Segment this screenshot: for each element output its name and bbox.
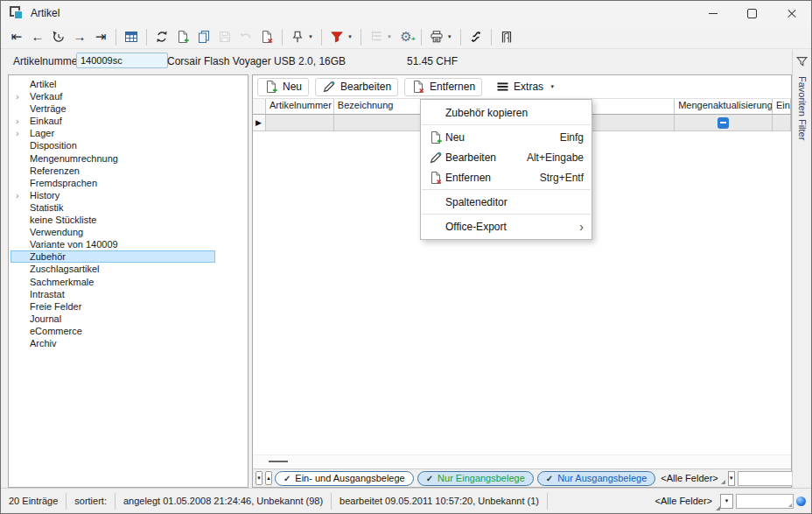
toolbar-pin-button[interactable]: ▼ xyxy=(288,28,316,46)
sidebar-item-verwendung[interactable]: Verwendung xyxy=(10,226,215,238)
menu-item-office-export[interactable]: Office-Export› xyxy=(421,216,592,236)
sidebar-item-artikel[interactable]: Artikel xyxy=(10,78,215,90)
menu-item-shortcut: Einfg xyxy=(560,131,584,144)
action-neu-button[interactable]: Neu xyxy=(257,78,309,96)
toolbar-first-record-button[interactable]: ⇤ xyxy=(7,28,26,46)
filter-ein-und-ausgangsbelege-button[interactable]: ✓Ein- und Ausgangsbelege xyxy=(275,471,414,486)
article-price: 51.45 CHF xyxy=(407,55,458,67)
scroll-down-button[interactable]: ▼ xyxy=(256,471,262,485)
sidebar-item-archiv[interactable]: Archiv xyxy=(10,337,215,349)
doc-new-icon xyxy=(264,80,278,94)
extras-context-menu: Zubehör kopierenNeuEinfgBearbeitenAlt+Ei… xyxy=(420,99,592,240)
toolbar-grid-view-button[interactable] xyxy=(122,28,141,46)
sidebar-item-einkauf[interactable]: ›Einkauf xyxy=(10,115,215,127)
table-cell-artikelnummer[interactable] xyxy=(266,115,334,130)
toolbar-tree-struct-button: ▼ xyxy=(367,28,395,46)
status-search-input[interactable] xyxy=(736,494,794,509)
status-field-selector[interactable]: <Alle Felder> xyxy=(655,496,712,506)
sidebar-item-zuschlagsartikel[interactable]: Zuschlagsartikel xyxy=(10,263,215,275)
column-header-artikelnummer[interactable]: Artikelnummer xyxy=(266,99,334,114)
action-bearbeiten-button[interactable]: Bearbeiten xyxy=(315,78,398,96)
menu-item-entfernen[interactable]: EntfernenStrg+Entf xyxy=(421,167,592,187)
sidebar-item-label: Zubehör xyxy=(30,251,66,262)
check-icon: ✓ xyxy=(284,474,290,483)
status-field-dropdown-button[interactable]: ▼ xyxy=(720,494,733,509)
menu-separator xyxy=(422,214,591,215)
sidebar-item-freie-felder[interactable]: Freie Felder xyxy=(10,300,215,313)
sidebar-item-statistik[interactable]: Statistik xyxy=(10,201,215,214)
dropdown-caret-icon: ▼ xyxy=(550,84,555,89)
tree-struct-icon xyxy=(369,30,383,44)
toolbar-prev-record-button[interactable]: ← xyxy=(28,28,47,46)
search-ball-icon[interactable] xyxy=(796,496,806,506)
chevron-right-icon[interactable]: › xyxy=(16,189,19,201)
scroll-up-button[interactable]: ▲ xyxy=(265,471,272,485)
filter-nur-eingangsbelege-button[interactable]: ✓Nur Eingangsbelege xyxy=(417,471,534,486)
table-cell-mengenaktualisierung[interactable] xyxy=(675,115,773,130)
filter-nur-ausgangsbelege-button[interactable]: ✓Nur Ausgangsbelege xyxy=(537,471,656,486)
filter-field-selector[interactable]: <Alle Felder> xyxy=(661,473,718,483)
pin-icon xyxy=(290,30,304,44)
toolbar-printer-button[interactable]: ▼ xyxy=(427,28,455,46)
action-extras-button[interactable]: Extras▼ xyxy=(488,78,562,96)
toolbar-next-record-button[interactable]: → xyxy=(70,28,89,46)
statusbar: 20 Einträgesortiert:angelegt 01.05.2008 … xyxy=(1,488,811,513)
toolbar-doc-new-button[interactable] xyxy=(173,28,192,46)
funnel-outline-icon[interactable] xyxy=(795,55,808,68)
table-cell-ein[interactable] xyxy=(773,115,791,130)
minimize-button[interactable] xyxy=(693,1,732,25)
filter-pill-group: ✓Ein- und Ausgangsbelege✓Nur Eingangsbel… xyxy=(275,471,655,486)
menu-item-bearbeiten[interactable]: BearbeitenAlt+Eingabe xyxy=(421,147,592,167)
minimize-icon xyxy=(709,13,718,14)
sidebar-item-keine-stückliste[interactable]: keine Stückliste xyxy=(10,214,215,226)
column-header-mengenaktualisierung[interactable]: Mengenaktualisierung xyxy=(675,99,773,114)
doc-new-icon xyxy=(176,30,190,44)
splitter[interactable] xyxy=(253,454,791,468)
toolbar-gear-button[interactable]: ⚙+ xyxy=(396,28,416,46)
sidebar-item-sachmerkmale[interactable]: Sachmerkmale xyxy=(10,276,215,288)
toolbar-doc-copy-button[interactable] xyxy=(194,28,214,46)
sidebar-item-variante-von-140009[interactable]: Variante von 140009 xyxy=(10,238,215,250)
sync-icon xyxy=(469,30,483,44)
row-selector-cell[interactable]: ▶ xyxy=(253,115,266,130)
current-row-marker-icon: ▶ xyxy=(256,118,262,127)
toolbar-undo-button xyxy=(236,28,256,46)
menu-item-spalteneditor[interactable]: Spalteneditor xyxy=(421,192,592,212)
sidebar-item-verkauf[interactable]: ›Verkauf xyxy=(10,90,215,102)
sidebar-item-intrastat[interactable]: Intrastat xyxy=(10,288,215,300)
toolbar-refresh-button[interactable] xyxy=(152,28,172,46)
filter-field-dropdown-button[interactable]: ▼ xyxy=(728,471,735,486)
statusbar-cell: 20 Einträge xyxy=(1,496,66,506)
column-header-ein[interactable]: Ein xyxy=(773,99,791,114)
toolbar-history-button[interactable] xyxy=(49,28,68,46)
menu-item-zubehör-kopieren[interactable]: Zubehör kopieren xyxy=(421,102,592,123)
row-selector-header[interactable] xyxy=(253,99,266,114)
sidebar-item-disposition[interactable]: Disposition xyxy=(10,139,215,151)
indeterminate-checkbox-icon[interactable] xyxy=(718,117,729,129)
toolbar-door-button[interactable] xyxy=(497,28,516,46)
sidebar-item-ecommerce[interactable]: eCommerce xyxy=(10,325,215,337)
splitter-handle-icon[interactable] xyxy=(269,461,288,462)
maximize-button[interactable] xyxy=(732,1,772,25)
chevron-right-icon[interactable]: › xyxy=(16,127,19,139)
sidebar-item-journal[interactable]: Journal xyxy=(10,313,215,325)
chevron-right-icon[interactable]: › xyxy=(16,115,19,127)
sidebar-item-history[interactable]: ›History xyxy=(10,189,215,201)
sidebar-item-lager[interactable]: ›Lager xyxy=(10,127,215,139)
action-entfernen-button[interactable]: Entfernen xyxy=(404,78,482,96)
toolbar-sync-button[interactable] xyxy=(466,28,486,46)
menu-item-neu[interactable]: NeuEinfg xyxy=(421,127,592,147)
sidebar-item-zubehör[interactable]: Zubehör xyxy=(10,250,215,263)
chevron-right-icon[interactable]: › xyxy=(16,90,19,102)
toolbar-last-record-button[interactable]: ⇥ xyxy=(91,28,110,46)
sidebar-item-referenzen[interactable]: Referenzen xyxy=(10,165,215,177)
toolbar-separator xyxy=(460,29,461,46)
close-button[interactable] xyxy=(772,1,811,25)
sidebar-item-fremdsprachen[interactable]: Fremdsprachen xyxy=(10,177,215,189)
toolbar-filter-funnel-button[interactable]: ▼ xyxy=(327,28,355,46)
artikelnummer-input[interactable] xyxy=(76,53,168,68)
filter-funnel-icon xyxy=(330,30,344,44)
sidebar-item-mengenumrechnung[interactable]: Mengenumrechnung xyxy=(10,152,215,165)
sidebar-item-verträge[interactable]: Verträge xyxy=(10,102,215,115)
toolbar-doc-delete-button[interactable] xyxy=(257,28,276,46)
